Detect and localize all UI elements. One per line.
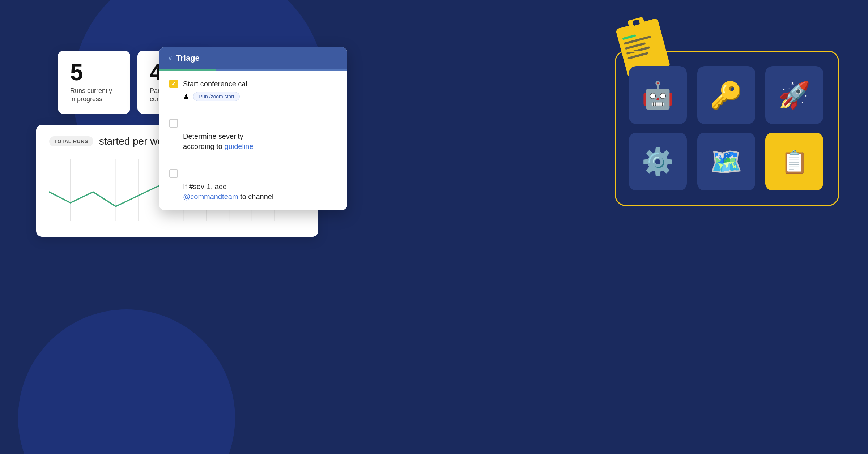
app-item-rocket[interactable]: 🚀 (765, 66, 823, 124)
triage-checkbox-1[interactable]: ✓ (169, 80, 178, 88)
stat-label-runs: Runs currentlyin progress (70, 87, 118, 104)
triage-progress-bar (159, 69, 347, 71)
guideline-link[interactable]: guideline (225, 142, 254, 150)
triage-item-1-meta: ♟ Run /zoom start (169, 92, 337, 101)
triage-item-1-top: ✓ Start conference call (169, 80, 337, 88)
app-grid: 🤖 🔑 🚀 ⚙️ 🗺️ 📋 (629, 66, 825, 190)
chart-badge: TOTAL RUNS (49, 136, 93, 146)
triage-item-2: Determine severityaccording to guideline (159, 110, 347, 160)
triage-item-1: ✓ Start conference call ♟ Run /zoom star… (159, 71, 347, 110)
app-item-key[interactable]: 🔑 (697, 66, 755, 124)
triage-chevron-icon: ∨ (168, 54, 173, 62)
triage-tag: Run /zoom start (193, 92, 240, 101)
triage-item-3-text: If #sev-1, add@commandteam to channel (169, 181, 337, 202)
triage-item-1-title: Start conference call (183, 80, 249, 88)
stat-number-runs: 5 (70, 61, 118, 84)
triage-item-3-top (169, 169, 337, 178)
triage-item-2-text: Determine severityaccording to guideline (169, 131, 337, 151)
clipboard-line-1 (622, 34, 637, 40)
triage-title: Triage (176, 53, 200, 63)
triage-item-2-top (169, 119, 337, 128)
app-item-robot[interactable]: 🤖 (629, 66, 687, 124)
triage-item-3: If #sev-1, add@commandteam to channel (159, 160, 347, 210)
triage-body: ✓ Start conference call ♟ Run /zoom star… (159, 71, 347, 210)
triage-header: ∨ Triage (159, 47, 347, 69)
app-grid-container: 🤖 🔑 🚀 ⚙️ 🗺️ 📋 (615, 51, 839, 206)
app-item-gear[interactable]: ⚙️ (629, 133, 687, 190)
app-item-clipboard[interactable]: 📋 (765, 133, 823, 190)
triage-progress-fill (159, 69, 216, 71)
app-item-map[interactable]: 🗺️ (697, 133, 755, 190)
triage-checkbox-2[interactable] (169, 119, 178, 128)
commandteam-mention[interactable]: @commandteam (183, 193, 238, 201)
triage-card: ∨ Triage ✓ Start conference call ♟ Run /… (159, 47, 347, 210)
bg-circle-bottom (18, 309, 235, 454)
stat-card-runs: 5 Runs currentlyin progress (58, 51, 130, 114)
clipboard-clip (627, 17, 645, 29)
right-section: 🤖 🔑 🚀 ⚙️ 🗺️ 📋 (615, 51, 839, 206)
user-icon: ♟ (183, 92, 190, 101)
triage-checkbox-3[interactable] (169, 169, 178, 178)
